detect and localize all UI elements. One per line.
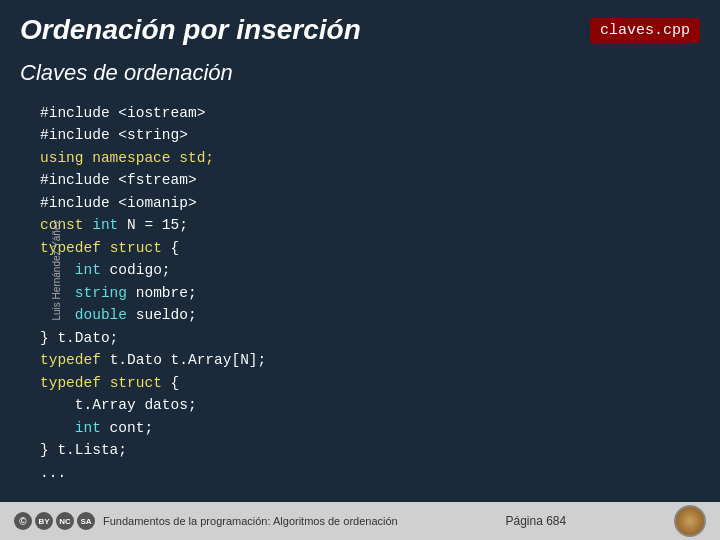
page-number: Página 684	[506, 514, 567, 528]
cc-by-icon: BY	[35, 512, 53, 530]
code-line: #include <fstream>	[40, 169, 690, 191]
code-line: #include <iostream>	[40, 102, 690, 124]
code-line: double sueldo;	[40, 304, 690, 326]
header: Ordenación por inserción claves.cpp	[0, 0, 720, 56]
author-label: Luis Hernández Yáñez	[51, 220, 62, 321]
code-line: t.Array datos;	[40, 394, 690, 416]
cc-nc-icon: NC	[56, 512, 74, 530]
code-line: const int N = 15;	[40, 214, 690, 236]
code-line: ...	[40, 462, 690, 484]
footer-left: © BY NC SA Fundamentos de la programació…	[14, 512, 398, 530]
cc-icons: © BY NC SA	[14, 512, 95, 530]
code-line: string nombre;	[40, 282, 690, 304]
code-line: } t.Dato;	[40, 327, 690, 349]
cc-sa-icon: SA	[77, 512, 95, 530]
code-line: using namespace std;	[40, 147, 690, 169]
code-line: int codigo;	[40, 259, 690, 281]
code-block: #include <iostream>#include <string>usin…	[0, 96, 720, 490]
page-title: Ordenación por inserción	[20, 14, 361, 46]
code-line: } t.Lista;	[40, 439, 690, 461]
code-line: #include <iomanip>	[40, 192, 690, 214]
code-line: typedef struct {	[40, 237, 690, 259]
code-line: #include <string>	[40, 124, 690, 146]
subtitle: Claves de ordenación	[0, 56, 720, 96]
code-line: typedef t.Dato t.Array[N];	[40, 349, 690, 371]
file-badge: claves.cpp	[590, 18, 700, 43]
footer: © BY NC SA Fundamentos de la programació…	[0, 502, 720, 540]
code-line: int cont;	[40, 417, 690, 439]
cc-main-icon: ©	[14, 512, 32, 530]
code-line: typedef struct {	[40, 372, 690, 394]
logo-icon	[674, 505, 706, 537]
footer-text: Fundamentos de la programación: Algoritm…	[103, 515, 398, 527]
